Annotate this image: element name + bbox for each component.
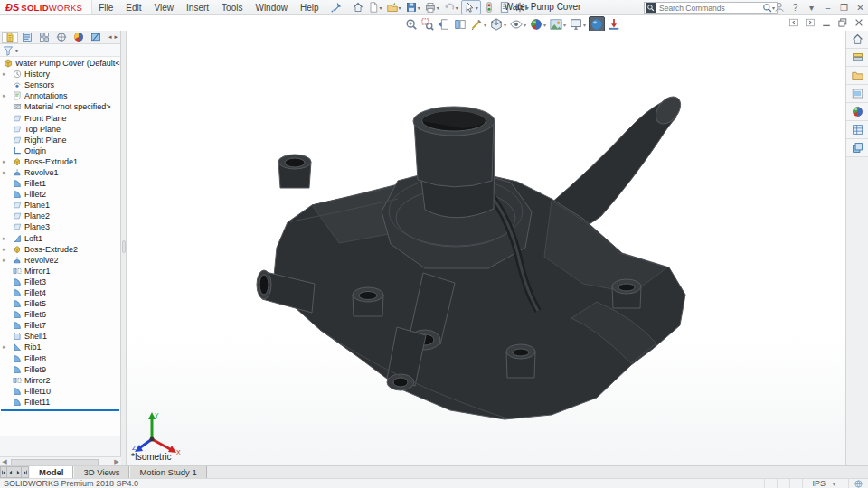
tab-featuremanager-tree[interactable] xyxy=(2,32,18,43)
expand-arrow-icon[interactable]: ▸ xyxy=(3,235,6,242)
caret-icon[interactable]: ▾ xyxy=(583,22,586,28)
tree-item-fillet2[interactable]: Fillet2 xyxy=(0,189,120,200)
caret-icon[interactable]: ▾ xyxy=(543,22,546,28)
caret-icon[interactable]: ▾ xyxy=(563,22,566,28)
close-icon[interactable]: ✕ xyxy=(854,2,866,14)
tree-item-annotations[interactable]: ▸Annotations xyxy=(0,90,120,101)
pin-menu-icon[interactable] xyxy=(331,2,342,13)
taskpane-custom-properties-button[interactable] xyxy=(846,121,868,139)
tree-item-shell1[interactable]: Shell1 xyxy=(0,331,120,342)
tree-item-history[interactable]: ▸History xyxy=(0,69,120,80)
tab-scroll-left-icon[interactable]: ◂ xyxy=(108,33,112,41)
apply-scene-button[interactable]: ▾ xyxy=(549,18,567,31)
menu-view[interactable]: View xyxy=(148,0,181,14)
taskpane-home-button[interactable] xyxy=(846,31,868,49)
restore-doc-button[interactable] xyxy=(837,17,848,28)
hide-show-items-button[interactable]: ▾ xyxy=(509,18,527,31)
tree-item-right-plane[interactable]: Right Plane xyxy=(0,135,120,145)
open-button[interactable]: ▾ xyxy=(385,1,403,14)
tab-3d-views[interactable]: 3D Views xyxy=(73,466,129,478)
taskpane-appearances-scenes-button[interactable] xyxy=(846,103,868,121)
tab-configurationmanager[interactable] xyxy=(36,32,52,43)
nav-next-button[interactable] xyxy=(14,466,22,478)
tab-scroll-right-icon[interactable]: ▸ xyxy=(114,33,118,41)
nav-last-button[interactable] xyxy=(22,466,29,478)
tree-item-plane1[interactable]: Plane1 xyxy=(0,200,120,211)
menu-help[interactable]: Help xyxy=(294,0,326,14)
tree-item-fillet11[interactable]: Fillet11 xyxy=(0,397,120,408)
minimize-icon[interactable]: – xyxy=(822,2,834,14)
close-doc-button[interactable] xyxy=(854,17,864,28)
tree-item-plane2[interactable]: Plane2 xyxy=(0,211,120,221)
caret-icon[interactable]: ▾ xyxy=(399,5,401,11)
tab-dimxpertmanager[interactable] xyxy=(53,32,70,43)
taskpane-view-palette-button[interactable] xyxy=(846,85,868,103)
expand-arrow-icon[interactable]: ▸ xyxy=(3,70,6,78)
restore-icon[interactable]: ❐ xyxy=(838,2,850,14)
tree-item-fillet3[interactable]: Fillet3 xyxy=(0,277,120,287)
tree-item-fillet9[interactable]: Fillet9 xyxy=(0,364,120,375)
tab-motion-study-1[interactable]: Motion Study 1 xyxy=(129,466,206,478)
previous-pane-button[interactable] xyxy=(788,17,799,28)
tree-item-fillet1[interactable]: Fillet1 xyxy=(0,178,120,189)
tree-root-part[interactable]: Water Pump Cover (Default<<Defau xyxy=(0,58,120,69)
filter-caret-icon[interactable]: ▾ xyxy=(15,47,18,53)
zoom-to-fit-button[interactable] xyxy=(404,18,419,31)
dynamic-annotation-views-button[interactable]: ▾ xyxy=(469,18,487,31)
tree-item-boss-extrude1[interactable]: ▸Boss-Extrude1 xyxy=(0,156,120,167)
taskpane-solidworks-addins-button[interactable] xyxy=(846,139,868,157)
expand-arrow-icon[interactable]: ▸ xyxy=(3,246,6,253)
tab-displaymanager[interactable] xyxy=(71,32,87,43)
next-pane-button[interactable] xyxy=(805,17,816,28)
tree-item-fillet10[interactable]: Fillet10 xyxy=(0,386,120,397)
menu-file[interactable]: File xyxy=(92,0,119,14)
previous-view-button[interactable] xyxy=(437,18,451,31)
tree-item-rib1[interactable]: ▸Rib1 xyxy=(0,342,120,352)
tree-filter-row[interactable]: ▾ xyxy=(0,44,120,57)
taskpane-file-explorer-button[interactable] xyxy=(846,67,868,85)
tree-item-boss-extrude2[interactable]: ▸Boss-Extrude2 xyxy=(0,244,120,255)
search-icon[interactable] xyxy=(762,3,772,13)
tab-model[interactable]: Model xyxy=(29,466,73,478)
scroll-right-icon[interactable]: ▶ xyxy=(112,458,121,465)
tree-item-mirror2[interactable]: Mirror2 xyxy=(0,375,120,386)
menu-window[interactable]: Window xyxy=(249,0,294,14)
view-orientation-button[interactable]: ▾ xyxy=(489,18,507,31)
caret-icon[interactable]: ▾ xyxy=(418,5,420,11)
tree-item-fillet4[interactable]: Fillet4 xyxy=(0,287,120,298)
normal-to-button[interactable] xyxy=(607,18,621,31)
caret-icon[interactable]: ▾ xyxy=(380,5,382,11)
taskpane-design-library-button[interactable] xyxy=(846,49,868,67)
search-input[interactable] xyxy=(656,4,762,13)
expand-arrow-icon[interactable]: ▸ xyxy=(3,169,6,176)
tree-item-material-not-specified-[interactable]: Material <not specified> xyxy=(0,101,120,112)
tree-item-fillet8[interactable]: Fillet8 xyxy=(0,353,120,364)
view-settings-button[interactable]: ▾ xyxy=(569,18,587,31)
nav-prev-button[interactable] xyxy=(7,466,14,478)
tree-item-revolve2[interactable]: ▸Revolve2 xyxy=(0,255,120,266)
filter-funnel-icon[interactable] xyxy=(3,45,14,56)
expand-arrow-icon[interactable]: ▸ xyxy=(3,343,6,351)
caret-icon[interactable]: ▾ xyxy=(484,22,486,28)
save-button[interactable]: ▾ xyxy=(404,1,422,14)
caret-icon[interactable]: ▾ xyxy=(504,22,506,28)
tree-item-mirror1[interactable]: Mirror1 xyxy=(0,266,120,277)
scroll-left-icon[interactable]: ◀ xyxy=(0,458,9,465)
expand-arrow-icon[interactable]: ▸ xyxy=(3,257,6,264)
tree-item-fillet5[interactable]: Fillet5 xyxy=(0,298,120,309)
rollback-bar[interactable] xyxy=(1,409,119,411)
tree-item-origin[interactable]: Origin xyxy=(0,145,120,156)
tree-item-plane3[interactable]: Plane3 xyxy=(0,221,120,232)
zoom-to-area-button[interactable] xyxy=(420,18,435,31)
home-button[interactable] xyxy=(351,1,365,14)
tree-item-fillet6[interactable]: Fillet6 xyxy=(0,309,120,320)
menu-tools[interactable]: Tools xyxy=(215,0,249,14)
globe-icon[interactable] xyxy=(848,479,868,488)
water-pump-cover-model[interactable] xyxy=(127,31,845,465)
new-document-button[interactable]: ▾ xyxy=(366,1,384,14)
graphics-area[interactable]: Y X Z *Isometric xyxy=(127,31,845,465)
tree-item-revolve1[interactable]: ▸Revolve1 xyxy=(0,167,120,178)
tree-item-sensors[interactable]: Sensors xyxy=(0,80,120,90)
caret-icon[interactable]: ▾ xyxy=(524,22,526,28)
tree-item-fillet7[interactable]: Fillet7 xyxy=(0,320,120,331)
